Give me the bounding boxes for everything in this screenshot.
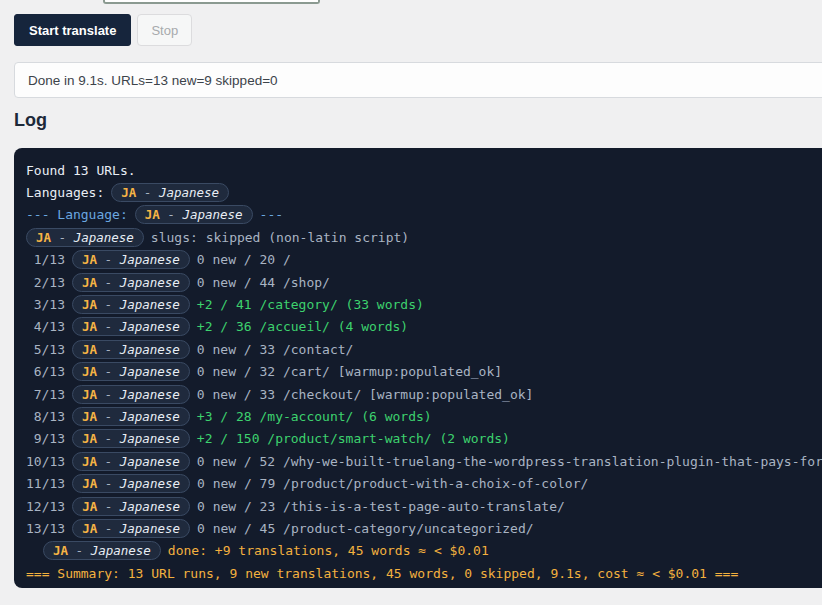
badge-code: JA [53,543,68,558]
badge-code: JA [82,297,97,312]
badge-code: JA [82,342,97,357]
log-line: 13/13JA - Japanese0 new / 45 /product-ca… [26,517,822,539]
language-badge: JA - Japanese [111,183,229,202]
badge-sep: - [97,252,120,267]
log-text: +2 / 150 /product/smart-watch/ (2 words) [197,431,510,446]
badge-sep: - [160,207,183,222]
badge-code: JA [82,409,97,424]
language-badge: JA - Japanese [72,340,190,359]
log-text: Languages: [26,185,104,200]
log-text: 0 new / 44 /shop/ [197,275,330,290]
badge-code: JA [82,319,97,334]
log-line: === Summary: 13 URL runs, 9 new translat… [26,562,822,584]
language-badge: JA - Japanese [72,519,190,538]
badge-lang: Japanese [120,521,180,536]
log-line: 5/13JA - Japanese0 new / 33 /contact/ [26,338,822,360]
language-badge: JA - Japanese [72,250,190,269]
badge-sep: - [97,431,120,446]
log-line-index: 8/13 [26,409,65,424]
log-line: 9/13JA - Japanese+2 / 150 /product/smart… [26,428,822,450]
log-text: 0 new / 33 /contact/ [197,342,354,357]
badge-lang: Japanese [120,387,180,402]
log-text: 0 new / 20 / [197,252,291,267]
badge-code: JA [82,252,97,267]
log-line: JA - Japaneseslugs: skipped (non-latin s… [26,226,822,248]
log-line-index: 13/13 [26,521,65,536]
log-text: === Summary: 13 URL runs, 9 new translat… [26,566,738,581]
log-line-index: 12/13 [26,499,65,514]
log-line: 7/13JA - Japanese0 new / 33 /checkout/ [… [26,383,822,405]
badge-sep: - [97,521,120,536]
log-lines: Found 13 URLs.Languages:JA - Japanese---… [26,159,822,584]
log-text: +2 / 36 /accueil/ (4 words) [197,319,408,334]
log-line: JA - Japanesedone: +9 translations, 45 w… [26,540,822,562]
badge-lang: Japanese [120,297,180,312]
language-badge: JA - Japanese [43,541,161,560]
log-line-index: 5/13 [26,342,65,357]
badge-sep: - [97,319,120,334]
language-badge: JA - Japanese [72,452,190,471]
language-badge: JA - Japanese [72,385,190,404]
log-line: --- Language:JA - Japanese--- [26,204,822,226]
log-line: 6/13JA - Japanese0 new / 32 /cart/ [warm… [26,361,822,383]
badge-sep: - [97,342,120,357]
log-line: 8/13JA - Japanese+3 / 28 /my-account/ (6… [26,405,822,427]
log-output[interactable]: Found 13 URLs.Languages:JA - Japanese---… [14,148,822,588]
badge-code: JA [82,364,97,379]
language-badge: JA - Japanese [72,273,190,292]
badge-sep: - [97,476,120,491]
badge-code: JA [82,476,97,491]
log-text: --- [260,207,283,222]
log-line-index: 1/13 [26,252,65,267]
language-badge: JA - Japanese [72,497,190,516]
log-line-index: 2/13 [26,275,65,290]
badge-sep: - [97,275,120,290]
start-translate-button[interactable]: Start translate [14,14,131,46]
badge-code: JA [82,275,97,290]
log-line: Found 13 URLs. [26,159,822,181]
language-badge: JA - Japanese [72,474,190,493]
badge-lang: Japanese [74,230,134,245]
badge-lang: Japanese [159,185,219,200]
badge-code: JA [36,230,51,245]
log-line: 3/13JA - Japanese+2 / 41 /category/ (33 … [26,293,822,315]
log-text: 0 new / 79 /product/product-with-a-choix… [197,476,588,491]
log-line-index: 11/13 [26,476,65,491]
badge-lang: Japanese [91,543,151,558]
badge-lang: Japanese [120,409,180,424]
language-badge: JA - Japanese [26,228,144,247]
status-notice: Done in 9.1s. URLs=13 new=9 skipped=0 [14,62,822,98]
badge-sep: - [97,387,120,402]
translate-toolbar: Start translate Stop [14,14,192,46]
badge-lang: Japanese [120,319,180,334]
badge-code: JA [82,431,97,446]
language-badge: JA - Japanese [72,429,190,448]
badge-sep: - [97,297,120,312]
language-badge: JA - Japanese [72,317,190,336]
log-line-index: 10/13 [26,454,65,469]
log-line: 1/13JA - Japanese0 new / 20 / [26,249,822,271]
log-line-index: 4/13 [26,319,65,334]
badge-lang: Japanese [120,342,180,357]
language-badge: JA - Japanese [72,295,190,314]
log-text: 0 new / 32 /cart/ [warmup:populated_ok] [197,364,502,379]
log-text: 0 new / 23 /this-is-a-test-page-auto-tra… [197,499,565,514]
log-line-index: 3/13 [26,297,65,312]
badge-sep: - [97,499,120,514]
status-message: Done in 9.1s. URLs=13 new=9 skipped=0 [28,73,278,88]
badge-lang: Japanese [120,364,180,379]
badge-sep: - [97,454,120,469]
badge-code: JA [121,185,136,200]
log-text: done: +9 translations, 45 words ≈ < $0.0… [168,543,489,558]
language-select-partial[interactable] [103,0,320,4]
stop-button[interactable]: Stop [137,14,192,46]
badge-code: JA [82,387,97,402]
badge-lang: Japanese [120,454,180,469]
badge-lang: Japanese [120,431,180,446]
log-line: 11/13JA - Japanese0 new / 79 /product/pr… [26,472,822,494]
log-text: Found 13 URLs. [26,163,136,178]
log-line-index: 7/13 [26,387,65,402]
log-text: --- Language: [26,207,128,222]
badge-sep: - [97,364,120,379]
badge-lang: Japanese [120,275,180,290]
